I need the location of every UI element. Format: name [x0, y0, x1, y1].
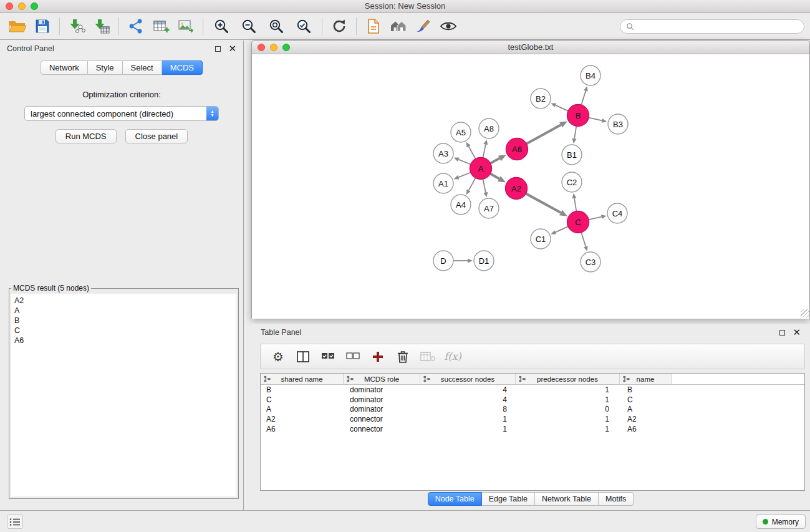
graph-edge-A-A3[interactable] [454, 157, 471, 164]
graph-edge-A6-B[interactable] [526, 121, 567, 143]
graph-edge-A-A4[interactable] [466, 178, 476, 195]
graph-node-A5[interactable]: A5 [451, 122, 471, 142]
graph-node-A1[interactable]: A1 [433, 173, 453, 193]
tab-style[interactable]: Style [88, 60, 123, 75]
graph-node-D1[interactable]: D1 [474, 251, 494, 271]
run-mcds-button[interactable]: Run MCDS [55, 129, 117, 143]
graph-node-B1[interactable]: B1 [562, 145, 582, 165]
tab-motifs[interactable]: Motifs [599, 492, 634, 506]
list-item[interactable]: B [14, 316, 233, 326]
refresh-button[interactable] [327, 15, 352, 37]
maximize-view-button[interactable] [282, 44, 290, 51]
graph-edge-B-B1[interactable] [572, 126, 577, 143]
column-header[interactable]: MCDS role [344, 374, 420, 384]
graph-node-B[interactable]: B [567, 105, 589, 127]
graph-node-A[interactable]: A [470, 158, 492, 180]
zoom-selected-button[interactable] [291, 15, 316, 37]
graph-node-C4[interactable]: C4 [607, 203, 627, 223]
graph-edge-A2-C[interactable] [526, 193, 567, 216]
zoom-out-button[interactable] [236, 15, 261, 37]
close-panel-button[interactable]: Close panel [125, 129, 188, 143]
float-panel-icon[interactable] [215, 46, 221, 52]
tab-network-table[interactable]: Network Table [535, 492, 599, 506]
export-image-button[interactable] [173, 15, 198, 37]
add-column-button[interactable] [367, 346, 389, 367]
close-view-button[interactable] [258, 44, 265, 51]
save-session-button[interactable] [30, 15, 55, 37]
graph-node-C3[interactable]: C3 [581, 252, 600, 272]
list-item[interactable]: A [14, 306, 233, 316]
graph-edge-D-D1[interactable] [453, 259, 473, 263]
graph-edge-A-A5[interactable] [466, 142, 476, 159]
column-header[interactable]: shared name [261, 374, 344, 384]
graph-node-A6[interactable]: A6 [506, 138, 528, 160]
style-brush-button[interactable] [411, 15, 436, 37]
graph-node-A2[interactable]: A2 [506, 178, 528, 200]
table-row[interactable]: A6connector11A6 [261, 424, 804, 434]
import-network-button[interactable] [64, 15, 89, 37]
graph-edge-A-A1[interactable] [454, 172, 471, 179]
graph-edge-B-B4[interactable] [581, 86, 587, 105]
network-graph[interactable]: B4B2BB3A8A5A6A3B1AC2A1A2A4A7C4CC1C3DD1 [252, 55, 809, 319]
tab-node-table[interactable]: Node Table [428, 492, 482, 506]
tab-select[interactable]: Select [123, 60, 162, 75]
table-row[interactable]: Bdominator41B [261, 385, 804, 395]
deselect-all-button[interactable] [342, 346, 364, 367]
table-row[interactable]: Adominator80A [261, 405, 804, 415]
graph-node-B2[interactable]: B2 [531, 89, 551, 109]
graph-node-A8[interactable]: A8 [479, 118, 499, 138]
graph-node-C1[interactable]: C1 [531, 229, 551, 249]
minimize-window-button[interactable] [18, 2, 26, 10]
network-canvas[interactable]: B4B2BB3A8A5A6A3B1AC2A1A2A4A7C4CC1C3DD1 [252, 55, 809, 319]
task-history-button[interactable] [7, 515, 23, 529]
select-all-button[interactable] [317, 346, 339, 367]
tab-network[interactable]: Network [41, 60, 88, 75]
show-column-button[interactable] [292, 346, 314, 367]
graph-node-A4[interactable]: A4 [451, 195, 471, 215]
graphics-details-button[interactable] [436, 15, 461, 37]
graph-node-B4[interactable]: B4 [581, 65, 600, 85]
graph-edge-B-B3[interactable] [589, 118, 607, 123]
graph-edge-A-A6[interactable] [490, 155, 506, 163]
import-table-button[interactable] [89, 15, 114, 37]
list-item[interactable]: A6 [14, 336, 233, 346]
column-header[interactable]: predecessor nodes [516, 374, 620, 384]
open-session-button[interactable] [5, 15, 30, 37]
search-input[interactable] [638, 22, 798, 31]
graph-edge-B-B2[interactable] [551, 103, 568, 110]
table-settings-button[interactable]: ⚙ [267, 346, 289, 367]
minimize-view-button[interactable] [270, 44, 277, 51]
graph-node-A7[interactable]: A7 [479, 198, 499, 218]
close-table-panel-icon[interactable]: ✕ [793, 329, 801, 336]
memory-button[interactable]: Memory [756, 515, 806, 529]
graph-edge-C-C3[interactable] [581, 233, 587, 251]
graph-node-C2[interactable]: C2 [562, 172, 582, 192]
table-row[interactable]: Cdominator41C [261, 395, 804, 405]
list-item[interactable]: C [14, 326, 233, 336]
main-titlebar[interactable]: Session: New Session [0, 0, 810, 13]
graph-edge-A-A8[interactable] [483, 140, 488, 158]
column-header[interactable]: successor nodes [420, 374, 516, 384]
graph-node-C[interactable]: C [567, 211, 589, 233]
graph-node-D[interactable]: D [433, 251, 453, 271]
home-views-button[interactable] [386, 15, 411, 37]
column-header[interactable]: name [620, 374, 672, 384]
tab-mcds[interactable]: MCDS [162, 60, 203, 75]
graph-node-A3[interactable]: A3 [433, 143, 453, 163]
delete-column-button[interactable] [392, 346, 414, 367]
close-panel-icon[interactable]: ✕ [228, 46, 236, 52]
mcds-result-list[interactable]: A2ABCA6 [11, 294, 236, 496]
search-box[interactable] [620, 19, 804, 34]
criterion-dropdown[interactable]: largest connected component (directed) ▲… [24, 106, 219, 121]
list-item[interactable]: A2 [14, 296, 233, 306]
zoom-in-button[interactable] [209, 15, 234, 37]
graph-edge-C-C4[interactable] [589, 215, 606, 220]
graph-node-B3[interactable]: B3 [608, 114, 628, 134]
fullscreen-window-button[interactable] [31, 2, 38, 10]
network-window-titlebar[interactable]: testGlobe.txt [252, 41, 809, 54]
zoom-fit-button[interactable] [264, 15, 289, 37]
delete-table-button[interactable] [417, 346, 439, 367]
close-window-button[interactable] [6, 2, 13, 10]
open-document-button[interactable] [361, 15, 386, 37]
table-row[interactable]: A2connector11A2 [261, 414, 804, 424]
